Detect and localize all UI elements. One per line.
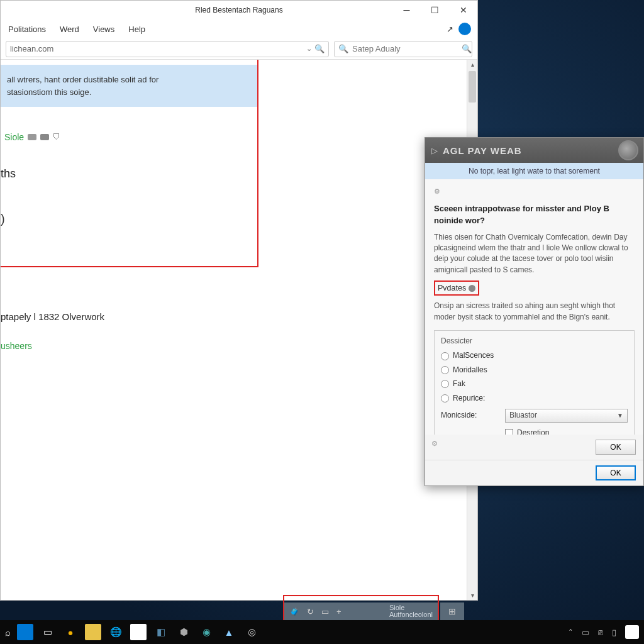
taskbar: ⌕ ▭ ● 🌐 ◧ ⬢ ◉ ▲ ◎ ˄ ▭ ⎚ ▯ <box>0 620 644 644</box>
tray-battery-icon[interactable]: ▭ <box>582 628 589 637</box>
gear-icon[interactable]: ⚙ <box>434 187 635 197</box>
url-input[interactable] <box>10 44 306 53</box>
taskbar-app-7[interactable]: ◉ <box>198 624 214 640</box>
radio-label-0: MalScences <box>453 350 494 361</box>
group-label: Dessicter <box>441 336 628 347</box>
radio-row-2[interactable]: Fak <box>441 379 628 389</box>
scroll-up-icon[interactable]: ▴ <box>467 61 477 68</box>
address-search-icon[interactable]: 🔍 <box>314 44 325 53</box>
dialog-titlebar[interactable]: ▷ AGL PAY WEAB <box>425 138 643 163</box>
start-search-icon[interactable]: ⌕ <box>5 627 11 638</box>
search-input[interactable] <box>352 44 458 53</box>
search-box[interactable]: 🔍 🔍 <box>334 41 472 57</box>
taskbar-app-1[interactable] <box>17 624 33 640</box>
menu-politations[interactable]: Politations <box>8 25 46 34</box>
dialog-window: ▷ AGL PAY WEAB No topr, leat light wate … <box>425 137 644 486</box>
gear-icon[interactable]: ⚙ <box>431 440 438 448</box>
taskbar-app-3[interactable] <box>85 624 101 640</box>
siole-row: Siole ⛉ <box>4 132 257 142</box>
radio-row-3[interactable]: Repurice: <box>441 393 628 404</box>
folder-icon <box>40 134 49 140</box>
dialog-footer-1: ⚙ OK <box>425 435 643 460</box>
radio-icon[interactable] <box>441 380 449 388</box>
shield-icon: ⛉ <box>53 133 60 142</box>
titlebar: Rled Bestentach Raguans ─ ☐ ✕ <box>1 1 477 19</box>
scroll-down-icon[interactable]: ▾ <box>467 592 477 599</box>
search-go-icon[interactable]: 🔍 <box>462 44 472 53</box>
chevron-down-icon: ▼ <box>617 411 623 421</box>
taskbar-app-2[interactable]: ● <box>62 624 79 640</box>
taskbar-app-9[interactable]: ◎ <box>243 624 260 640</box>
tray-network-icon[interactable]: ⎚ <box>598 628 603 637</box>
notice-banner: all wtrers, hant order dustitable solit … <box>1 65 257 107</box>
system-tray: ˄ ▭ ⎚ ▯ <box>569 625 639 639</box>
usheers-link[interactable]: usheers <box>1 341 104 351</box>
play-icon: ▷ <box>431 146 438 155</box>
dialog-heading: Sceeen intrappotwase for misster and Plo… <box>434 203 635 227</box>
dialog-para2: Onsip an sicress traited so ahing aun se… <box>434 301 635 323</box>
tray-highlight-frame <box>283 595 439 620</box>
menubar: Politations Werd Views Help ↗ <box>1 19 477 38</box>
taskbar-app-8[interactable]: ▲ <box>221 624 237 640</box>
radio-label-2: Fak <box>453 379 465 389</box>
taskbar-app-5[interactable]: ◧ <box>153 624 169 640</box>
radio-row-1[interactable]: Moridalles <box>441 365 628 375</box>
highlight-frame: all wtrers, hant order dustitable solit … <box>1 60 258 267</box>
radio-icon[interactable] <box>441 394 449 402</box>
menu-werd[interactable]: Werd <box>60 25 79 34</box>
paren-text: ) <box>1 212 257 226</box>
dialog-para1: Thies oisen for Chath Overnicaly Comfeca… <box>434 232 635 276</box>
taskbar-chrome-icon[interactable]: 🌐 <box>108 624 124 640</box>
checkbox-label: Desretion <box>517 428 549 435</box>
radio-label-3: Repurice: <box>453 393 485 404</box>
address-bar[interactable]: ⌄ 🔍 <box>6 41 329 57</box>
chevron-down-icon[interactable]: ⌄ <box>306 45 312 53</box>
window-controls: ─ ☐ ✕ <box>392 1 477 19</box>
updates-highlight: Pvdates <box>434 280 479 296</box>
browser-window: Rled Bestentach Raguans ─ ☐ ✕ Politation… <box>0 0 478 601</box>
radio-icon[interactable] <box>441 366 449 374</box>
radio-label-1: Moridalles <box>453 365 487 375</box>
select-combo[interactable]: Bluastor ▼ <box>505 409 628 423</box>
tray-extra-icon[interactable]: ⊞ <box>440 602 464 620</box>
ok-button-upper[interactable]: OK <box>596 440 636 455</box>
close-button[interactable]: ✕ <box>449 1 477 19</box>
select-label: Monicside: <box>441 410 497 421</box>
dialog-body: ⚙ Sceeen intrappotwase for misster and P… <box>425 179 643 435</box>
tray-volume-icon[interactable]: ▯ <box>612 628 616 637</box>
taskbar-app-6[interactable]: ⬢ <box>175 624 192 640</box>
menu-help[interactable]: Help <box>128 25 145 34</box>
dossier-group: Dessicter MalScences Moridalles Fak Repu… <box>434 330 635 435</box>
checkbox-row[interactable]: Desretion <box>505 428 628 435</box>
dialog-subtitle: No topr, leat light wate to that soremen… <box>425 163 643 179</box>
updates-label: Pvdates <box>438 282 466 294</box>
tray-notification-icon[interactable] <box>625 625 639 639</box>
menu-views[interactable]: Views <box>93 25 114 34</box>
tray-chevron-icon[interactable]: ˄ <box>569 628 573 637</box>
body-line: ptapely l 1832 Olverwork <box>1 311 104 322</box>
ths-heading: ths <box>1 167 257 180</box>
search-icon: 🔍 <box>338 44 348 53</box>
tag-icon <box>28 134 36 140</box>
checkbox-icon[interactable] <box>505 429 513 435</box>
ok-button[interactable]: OK <box>596 465 636 480</box>
notice-line2: stasionstiom this soige. <box>7 86 251 99</box>
share-icon[interactable]: ↗ <box>447 25 453 34</box>
window-title: Rled Bestentach Raguans <box>195 6 282 14</box>
address-row: ⌄ 🔍 🔍 🔍 <box>1 38 477 60</box>
taskbar-app-4[interactable] <box>130 624 147 640</box>
dialog-title: AGL PAY WEAB <box>443 145 522 156</box>
scroll-thumb[interactable] <box>469 71 476 103</box>
task-view-icon[interactable]: ▭ <box>40 624 56 640</box>
select-row: Monicside: Bluastor ▼ <box>441 409 628 423</box>
siole-link[interactable]: Siole <box>4 132 24 142</box>
select-value: Bluastor <box>509 410 537 421</box>
maximize-button[interactable]: ☐ <box>421 1 449 19</box>
content-area: all wtrers, hant order dustitable solit … <box>1 60 477 600</box>
dialog-footer-2: OK <box>425 460 643 486</box>
minimize-button[interactable]: ─ <box>392 1 421 19</box>
radio-row-0[interactable]: MalScences <box>441 350 628 361</box>
status-dot-icon <box>469 285 475 292</box>
user-avatar-icon[interactable] <box>458 23 471 35</box>
radio-icon[interactable] <box>441 352 449 360</box>
